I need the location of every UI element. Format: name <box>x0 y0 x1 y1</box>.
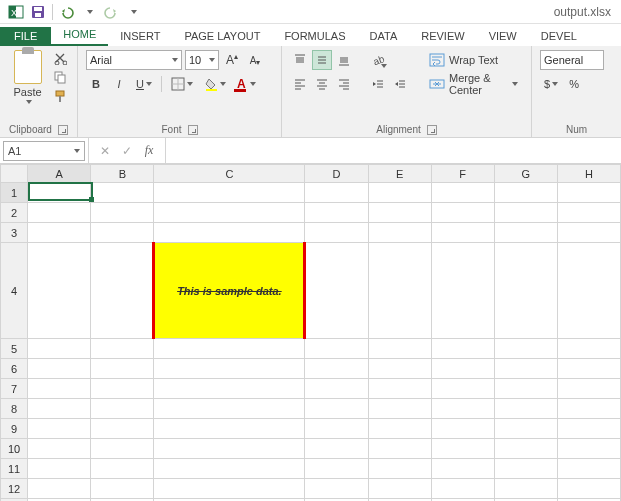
row-header-7[interactable]: 7 <box>1 379 28 399</box>
align-middle-button[interactable] <box>312 50 332 70</box>
cell-B12[interactable] <box>91 479 154 499</box>
cell-E11[interactable] <box>368 459 431 479</box>
alignment-launcher[interactable] <box>427 125 437 135</box>
cell-D4[interactable] <box>305 243 368 339</box>
col-header-F[interactable]: F <box>431 165 494 183</box>
cell-C2[interactable] <box>154 203 305 223</box>
borders-button[interactable] <box>167 74 197 94</box>
font-launcher[interactable] <box>188 125 198 135</box>
align-bottom-button[interactable] <box>334 50 354 70</box>
cell-H11[interactable] <box>557 459 620 479</box>
cell-G3[interactable] <box>494 223 557 243</box>
tab-view[interactable]: VIEW <box>477 27 529 46</box>
cell-B4[interactable] <box>91 243 154 339</box>
copy-button[interactable] <box>51 69 69 85</box>
cell-H8[interactable] <box>557 399 620 419</box>
cell-B11[interactable] <box>91 459 154 479</box>
number-format-combo[interactable]: General <box>540 50 604 70</box>
cell-D7[interactable] <box>305 379 368 399</box>
cell-G1[interactable] <box>494 183 557 203</box>
cell-E4[interactable] <box>368 243 431 339</box>
col-header-C[interactable]: C <box>154 165 305 183</box>
cell-B1[interactable] <box>91 183 154 203</box>
cell-C3[interactable] <box>154 223 305 243</box>
cell-E8[interactable] <box>368 399 431 419</box>
currency-button[interactable]: $ <box>540 74 562 94</box>
cell-H1[interactable] <box>557 183 620 203</box>
cell-A10[interactable] <box>28 439 91 459</box>
cell-D10[interactable] <box>305 439 368 459</box>
cell-D1[interactable] <box>305 183 368 203</box>
fill-color-button[interactable] <box>200 74 230 94</box>
row-header-10[interactable]: 10 <box>1 439 28 459</box>
cell-D6[interactable] <box>305 359 368 379</box>
save-icon[interactable] <box>28 2 48 22</box>
font-name-combo[interactable]: Arial <box>86 50 182 70</box>
cell-B3[interactable] <box>91 223 154 243</box>
col-header-D[interactable]: D <box>305 165 368 183</box>
cell-A6[interactable] <box>28 359 91 379</box>
undo-icon[interactable] <box>57 2 77 22</box>
insert-function-button[interactable]: fx <box>139 141 159 161</box>
cell-F9[interactable] <box>431 419 494 439</box>
cell-G10[interactable] <box>494 439 557 459</box>
cell-A4[interactable] <box>28 243 91 339</box>
row-header-9[interactable]: 9 <box>1 419 28 439</box>
cell-G9[interactable] <box>494 419 557 439</box>
cell-H12[interactable] <box>557 479 620 499</box>
cell-G4[interactable] <box>494 243 557 339</box>
cell-F6[interactable] <box>431 359 494 379</box>
cell-A7[interactable] <box>28 379 91 399</box>
font-color-button[interactable]: A <box>233 74 260 94</box>
cell-D8[interactable] <box>305 399 368 419</box>
cell-F7[interactable] <box>431 379 494 399</box>
cell-H4[interactable] <box>557 243 620 339</box>
cell-A2[interactable] <box>28 203 91 223</box>
tab-file[interactable]: FILE <box>0 27 51 46</box>
align-right-button[interactable] <box>334 74 354 94</box>
cell-H5[interactable] <box>557 339 620 359</box>
cell-G2[interactable] <box>494 203 557 223</box>
cell-A8[interactable] <box>28 399 91 419</box>
col-header-B[interactable]: B <box>91 165 154 183</box>
tab-review[interactable]: REVIEW <box>409 27 476 46</box>
cell-C12[interactable] <box>154 479 305 499</box>
cell-F2[interactable] <box>431 203 494 223</box>
cell-F3[interactable] <box>431 223 494 243</box>
cell-A3[interactable] <box>28 223 91 243</box>
cell-A5[interactable] <box>28 339 91 359</box>
cell-C6[interactable] <box>154 359 305 379</box>
paste-button[interactable]: Paste <box>8 50 47 104</box>
orientation-button[interactable]: ab <box>368 50 388 70</box>
cell-E12[interactable] <box>368 479 431 499</box>
cell-A9[interactable] <box>28 419 91 439</box>
font-size-combo[interactable]: 10 <box>185 50 219 70</box>
percent-button[interactable]: % <box>564 74 584 94</box>
redo-icon[interactable] <box>101 2 121 22</box>
cell-E2[interactable] <box>368 203 431 223</box>
cell-H7[interactable] <box>557 379 620 399</box>
cell-G12[interactable] <box>494 479 557 499</box>
row-header-5[interactable]: 5 <box>1 339 28 359</box>
wrap-text-button[interactable]: Wrap Text <box>424 50 523 70</box>
cell-E3[interactable] <box>368 223 431 243</box>
cell-F1[interactable] <box>431 183 494 203</box>
cell-D3[interactable] <box>305 223 368 243</box>
cell-C10[interactable] <box>154 439 305 459</box>
cell-B2[interactable] <box>91 203 154 223</box>
cell-B6[interactable] <box>91 359 154 379</box>
cell-G5[interactable] <box>494 339 557 359</box>
tab-home[interactable]: HOME <box>51 25 108 46</box>
cell-C11[interactable] <box>154 459 305 479</box>
cell-C8[interactable] <box>154 399 305 419</box>
cell-H2[interactable] <box>557 203 620 223</box>
row-header-8[interactable]: 8 <box>1 399 28 419</box>
cell-H9[interactable] <box>557 419 620 439</box>
row-header-1[interactable]: 1 <box>1 183 28 203</box>
cell-G11[interactable] <box>494 459 557 479</box>
clipboard-launcher[interactable] <box>58 125 68 135</box>
cell-D12[interactable] <box>305 479 368 499</box>
bold-button[interactable]: B <box>86 74 106 94</box>
cell-F4[interactable] <box>431 243 494 339</box>
cell-C9[interactable] <box>154 419 305 439</box>
